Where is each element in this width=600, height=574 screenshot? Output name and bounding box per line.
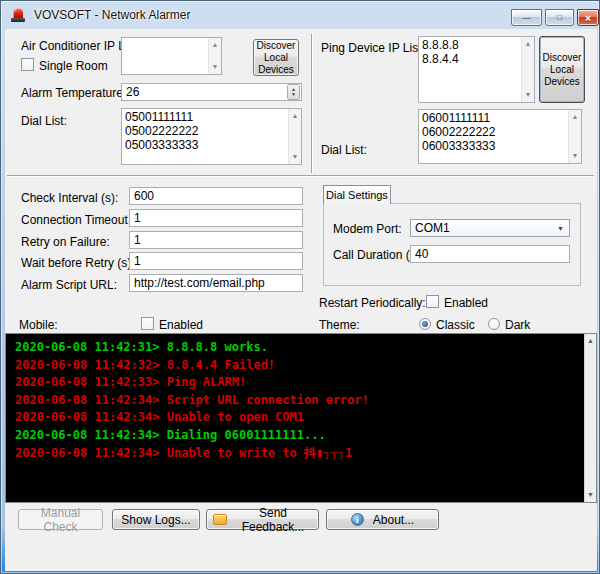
console-line: 2020-06-08 11:42:34> Dialing 06001111111… [15, 427, 584, 445]
scroll-up-icon[interactable]: ▲ [569, 112, 581, 122]
about-label: About... [373, 513, 414, 527]
modem-port-label: Modem Port: [333, 222, 402, 236]
maximize-button[interactable]: □ [545, 9, 574, 26]
dial-list-right-input[interactable]: 06001111111 06002222222 06003333333 [419, 110, 581, 163]
window-title: VOVSOFT - Network Alarmer [34, 8, 190, 22]
vertical-divider [311, 34, 312, 173]
dial-list-right-label: Dial List: [321, 143, 367, 157]
about-button[interactable]: i About... [326, 509, 439, 530]
alarm-script-url-label: Alarm Script URL: [21, 278, 117, 292]
scroll-up-icon[interactable]: ▲ [289, 111, 301, 121]
minimize-button[interactable]: — [511, 9, 542, 26]
check-interval-input[interactable] [129, 187, 303, 205]
dial-list-left-input[interactable]: 05001111111 05002222222 05003333333 [122, 109, 301, 164]
single-room-checkbox[interactable] [21, 58, 34, 71]
ping-ip-list-wrap: 8.8.8.8 8.8.4.4 ▲ ▼ [418, 36, 535, 103]
scroll-up-icon[interactable]: ▲ [522, 39, 534, 49]
horizontal-divider [7, 175, 594, 176]
chevron-down-icon: ▼ [557, 225, 564, 232]
restart-enabled-checkbox[interactable] [426, 295, 439, 308]
console-line: 2020-06-08 11:42:34> Unable to open COM1 [15, 409, 584, 427]
client-area: Air Conditioner IP List: Single Room ▲ ▼… [5, 29, 597, 571]
app-window: VOVSOFT - Network Alarmer — □ × Air Cond… [0, 0, 600, 574]
siren-icon [11, 7, 25, 23]
info-icon: i [351, 513, 364, 526]
scroll-down-icon[interactable]: ▼ [289, 152, 301, 162]
modem-port-value: COM1 [415, 221, 450, 235]
ac-ip-list-wrap: ▲ ▼ [121, 37, 222, 75]
console-line: 2020-06-08 11:42:31> 8.8.8.8 works. [15, 339, 584, 357]
close-button[interactable]: × [577, 9, 599, 26]
scroll-up-icon[interactable]: ▲ [209, 40, 221, 50]
scroll-down-icon[interactable]: ▼ [209, 62, 221, 72]
ac-ip-scrollbar[interactable]: ▲ ▼ [208, 38, 221, 74]
alarm-temp-input[interactable] [121, 83, 302, 101]
dial-list-left-wrap: 05001111111 05002222222 05003333333 ▲ ▼ [121, 108, 302, 165]
theme-dark-radio[interactable] [488, 318, 500, 330]
send-feedback-label: Send Feedback... [234, 506, 312, 534]
feedback-icon [213, 514, 227, 525]
retry-on-failure-label: Retry on Failure: [21, 235, 110, 249]
dial-list-left-label: Dial List: [21, 114, 67, 128]
console-line: 2020-06-08 11:42:33> Ping ALARM! [15, 374, 584, 392]
ping-ip-label: Ping Device IP List: [321, 41, 425, 55]
manual-check-button[interactable]: Manual Check [18, 509, 103, 530]
console-panel: 2020-06-08 11:42:31> 8.8.8.8 works.2020-… [5, 333, 597, 503]
check-interval-label: Check Interval (s): [21, 191, 118, 205]
dial-list-left-scrollbar[interactable]: ▲ ▼ [288, 109, 301, 164]
ping-ip-scrollbar[interactable]: ▲ ▼ [521, 37, 534, 102]
console-line: 2020-06-08 11:42:32> 8.8.4.4 Failed! [15, 357, 584, 375]
send-feedback-button[interactable]: Send Feedback... [206, 509, 319, 530]
mobile-enabled-checkbox[interactable] [141, 317, 154, 330]
console-line: 2020-06-08 11:42:34> Script URL connecti… [15, 392, 584, 410]
theme-classic-radio[interactable] [419, 318, 431, 330]
console-scrollbar[interactable]: ▲ ▼ [584, 334, 596, 502]
scroll-down-icon[interactable]: ▼ [585, 490, 596, 500]
scroll-up-icon[interactable]: ▲ [585, 336, 596, 346]
restart-periodically-label: Restart Periodically: [319, 296, 426, 310]
single-room-label: Single Room [39, 59, 108, 73]
console-log: 2020-06-08 11:42:31> 8.8.8.8 works.2020-… [6, 334, 584, 502]
call-duration-input[interactable] [410, 245, 570, 263]
dial-list-right-wrap: 06001111111 06002222222 06003333333 ▲ ▼ [418, 109, 582, 164]
discover-local-devices-left-button[interactable]: Discover Local Devices [253, 39, 299, 76]
theme-dark-label: Dark [505, 318, 530, 332]
wait-before-retry-input[interactable] [129, 252, 303, 270]
alarm-script-url-input[interactable] [129, 274, 303, 292]
wait-before-retry-label: Wait before Retry (s): [21, 256, 135, 270]
modem-port-select[interactable]: COM1 ▼ [410, 219, 570, 237]
scroll-down-icon[interactable]: ▼ [569, 151, 581, 161]
mobile-label: Mobile: [19, 318, 58, 332]
dial-list-right-scrollbar[interactable]: ▲ ▼ [568, 110, 581, 163]
alarm-temp-spinner[interactable]: ▲ ▼ [287, 84, 300, 100]
scroll-down-icon[interactable]: ▼ [522, 90, 534, 100]
discover-local-devices-right-button[interactable]: Discover Local Devices [539, 36, 585, 103]
ping-ip-list-input[interactable]: 8.8.8.8 8.8.4.4 [419, 37, 534, 102]
tab-dial-settings[interactable]: Dial Settings [323, 185, 391, 204]
ac-ip-list-input[interactable] [122, 38, 221, 74]
mobile-enabled-label: Enabled [159, 318, 203, 332]
spin-down-icon[interactable]: ▼ [288, 91, 299, 98]
restart-enabled-label: Enabled [444, 296, 488, 310]
show-logs-button[interactable]: Show Logs... [112, 509, 200, 530]
theme-classic-label: Classic [436, 318, 475, 332]
title-bar: VOVSOFT - Network Alarmer — □ × [1, 1, 599, 29]
console-line: 2020-06-08 11:42:34> Unable to write to … [15, 445, 584, 463]
retry-on-failure-input[interactable] [129, 231, 303, 249]
theme-label: Theme: [319, 318, 360, 332]
connection-timeout-input[interactable] [129, 209, 303, 227]
